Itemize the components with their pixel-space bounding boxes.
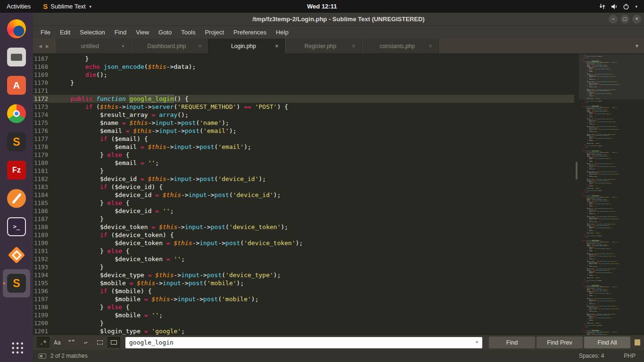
tab-scroll-right-button[interactable]: ▶ bbox=[46, 44, 49, 49]
code-line[interactable]: 1181 } bbox=[33, 167, 574, 175]
menu-view[interactable]: View bbox=[131, 27, 154, 38]
code-line[interactable]: 1197 $mobile = $this->input->post('mobil… bbox=[33, 295, 574, 303]
code-line[interactable]: 1189 if ($device_token) { bbox=[33, 231, 574, 239]
find-button[interactable]: Find bbox=[489, 337, 535, 348]
code-line[interactable]: 1201 $login_type = 'google'; bbox=[33, 327, 574, 335]
menu-project[interactable]: Project bbox=[200, 27, 229, 38]
ubuntu-software-launcher[interactable]: A bbox=[3, 71, 30, 99]
syntax-status[interactable]: PHP bbox=[624, 353, 636, 359]
clock[interactable]: Wed 12:11 bbox=[307, 3, 337, 10]
minimize-button[interactable]: − bbox=[609, 15, 618, 24]
line-number: 1196 bbox=[33, 287, 56, 295]
find-prev-button[interactable]: Find Prev bbox=[537, 337, 583, 348]
menu-goto[interactable]: Goto bbox=[154, 27, 176, 38]
code-line[interactable]: 1190 $device_token = $this->input->post(… bbox=[33, 239, 574, 247]
code-line[interactable]: 1193 } bbox=[33, 263, 574, 271]
code-line[interactable]: 1188 $device_token = $this->input->post(… bbox=[33, 223, 574, 231]
code-line[interactable]: 1169 die(); bbox=[33, 71, 574, 79]
app-menu-button[interactable]: S Sublime Text ▾ bbox=[41, 2, 93, 11]
code-line[interactable]: 1172 public function google_login() { bbox=[33, 95, 574, 103]
code-line[interactable]: 1196 if ($mobile) { bbox=[33, 287, 574, 295]
code-line[interactable]: 1182 $device_id = $this->input->post('de… bbox=[33, 175, 574, 183]
menu-find[interactable]: Find bbox=[110, 27, 131, 38]
wrap-toggle[interactable]: ↩ bbox=[79, 337, 92, 348]
code-token: 'device_token' bbox=[610, 173, 619, 174]
tab-close-icon[interactable]: × bbox=[427, 42, 434, 49]
code-line[interactable]: 1173 if ($this->input->server('REQUEST_M… bbox=[33, 103, 574, 111]
panel-toggle-icon[interactable] bbox=[39, 354, 46, 359]
minimap-viewport[interactable] bbox=[579, 54, 644, 99]
menu-preferences[interactable]: Preferences bbox=[229, 27, 271, 38]
code-line[interactable]: 1174 $result_array = array(); bbox=[33, 111, 574, 119]
code-token: 'device_id' bbox=[606, 208, 612, 209]
code-line[interactable]: 1200 } bbox=[33, 319, 574, 327]
scrollbar-thumb[interactable] bbox=[576, 162, 578, 180]
tab-constants-php[interactable]: constants.php× bbox=[362, 39, 439, 53]
menu-edit[interactable]: Edit bbox=[55, 27, 75, 38]
code-line[interactable]: 1183 if ($device_id) { bbox=[33, 183, 574, 191]
minimap[interactable]: 1167 }1168 echo json_encode($this->data)… bbox=[579, 53, 644, 335]
code-line[interactable]: 1171 bbox=[33, 87, 574, 95]
case-sensitive-toggle[interactable]: Aa bbox=[51, 337, 64, 348]
tab-untitled[interactable]: untitled● bbox=[55, 39, 132, 53]
code-line[interactable]: 1187 } bbox=[33, 215, 574, 223]
sublime-text-active-launcher[interactable]: S bbox=[3, 269, 30, 297]
highlight-matches-toggle[interactable] bbox=[107, 337, 120, 348]
menu-tools[interactable]: Tools bbox=[176, 27, 200, 38]
code-token: ; bbox=[600, 221, 601, 222]
document-viewer-launcher[interactable] bbox=[3, 43, 30, 71]
find-all-button[interactable]: Find All bbox=[584, 337, 630, 348]
window-titlebar[interactable]: /tmp/fz3temp-2/Login.php - Sublime Text … bbox=[33, 13, 644, 26]
terminal-launcher[interactable]: >_ bbox=[3, 213, 30, 241]
system-tray[interactable]: ▾ bbox=[599, 3, 639, 10]
sublime-text-launcher[interactable]: S bbox=[3, 128, 30, 156]
find-input[interactable] bbox=[125, 337, 482, 348]
code-line[interactable]: 1194 $device_type = $this->input->post('… bbox=[33, 271, 574, 279]
code-line[interactable]: 1191 } else { bbox=[33, 247, 574, 255]
code-line[interactable]: 1178 $email = $this->input->post('email'… bbox=[33, 143, 574, 151]
diamond-app-launcher[interactable] bbox=[3, 241, 30, 269]
regex-toggle[interactable]: .* bbox=[37, 337, 50, 348]
tab-overflow-button[interactable]: ▼ bbox=[635, 43, 639, 49]
code-line[interactable]: 1177 if ($email) { bbox=[33, 135, 574, 143]
tab-close-icon[interactable]: × bbox=[197, 42, 203, 49]
code-line[interactable]: 1198 } else { bbox=[33, 303, 574, 311]
code-lines[interactable]: 1167 }1168 echo json_encode($this->data)… bbox=[33, 53, 574, 335]
firefox-launcher[interactable] bbox=[3, 15, 30, 43]
filezilla-launcher[interactable]: Fz bbox=[3, 156, 30, 184]
chrome-launcher[interactable] bbox=[3, 99, 30, 128]
code-line[interactable]: 1179 } else { bbox=[33, 151, 574, 159]
tab-dashboard-php[interactable]: Dashboard.php× bbox=[132, 39, 208, 53]
find-history-dropdown-icon[interactable]: ▾ bbox=[476, 339, 478, 345]
activities-button[interactable]: Activities bbox=[5, 2, 33, 11]
code-line[interactable]: 1168 echo json_encode($this->data); bbox=[33, 63, 574, 71]
code-line[interactable]: 1199 $mobile = ''; bbox=[33, 311, 574, 319]
code-line[interactable]: 1185 } else { bbox=[33, 199, 574, 207]
code-line[interactable]: 1192 $device_token = ''; bbox=[33, 255, 574, 263]
tab-login-php[interactable]: Login.php× bbox=[208, 39, 285, 53]
code-line[interactable]: 1176 $email = $this->input->post('email'… bbox=[33, 127, 574, 135]
code-line[interactable]: 1186 $device_id = ''; bbox=[33, 207, 574, 215]
vertical-scrollbar[interactable] bbox=[574, 53, 579, 335]
tab-close-icon[interactable]: × bbox=[273, 42, 280, 49]
code-line[interactable]: 1184 $device_id = $this->input->post('de… bbox=[33, 191, 574, 199]
code-line[interactable]: 1195 $mobile = $this->input->post('mobil… bbox=[33, 279, 574, 287]
code-line[interactable]: 1170 } bbox=[33, 79, 574, 87]
code-line[interactable]: 1167 } bbox=[33, 55, 574, 63]
in-selection-toggle[interactable] bbox=[93, 337, 106, 348]
whole-word-toggle[interactable]: “” bbox=[65, 337, 78, 348]
code-line[interactable]: 1180 $email = ''; bbox=[33, 159, 574, 167]
show-applications-button[interactable] bbox=[6, 337, 27, 357]
tab-close-icon[interactable]: × bbox=[350, 42, 357, 49]
indentation-status[interactable]: Spaces: 4 bbox=[579, 353, 604, 359]
tab-scroll-left-button[interactable]: ◀ bbox=[39, 44, 42, 49]
pencil-app-launcher[interactable] bbox=[3, 184, 30, 213]
menu-selection[interactable]: Selection bbox=[75, 27, 109, 38]
maximize-button[interactable]: □ bbox=[620, 15, 629, 24]
code-token: ->data); bbox=[598, 145, 603, 146]
menu-file[interactable]: File bbox=[36, 27, 55, 38]
close-button[interactable]: × bbox=[632, 15, 641, 24]
tab-register-php[interactable]: Register.php× bbox=[285, 39, 362, 53]
menu-help[interactable]: Help bbox=[271, 27, 293, 38]
code-line[interactable]: 1175 $name = $this->input->post('name'); bbox=[33, 119, 574, 127]
